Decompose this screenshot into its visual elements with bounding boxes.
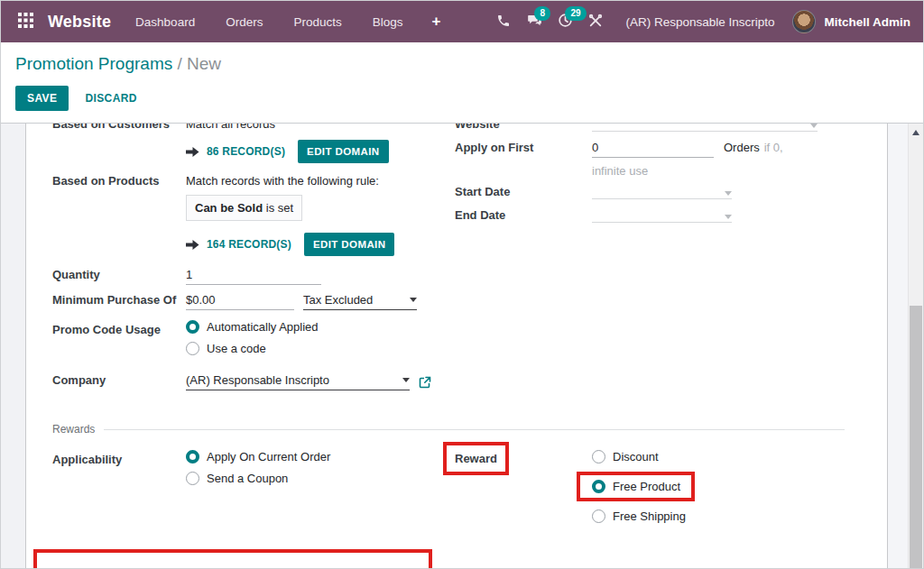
messages-count-badge: 8: [534, 6, 550, 21]
radio-on-icon: [186, 320, 199, 334]
radio-off-icon: [592, 509, 605, 523]
quantity-row: Quantity 1: [52, 268, 431, 285]
right-arrow-icon: [186, 239, 199, 251]
nav-item-products[interactable]: Products: [278, 4, 356, 41]
company-select[interactable]: (AR) Responsable Inscripto: [186, 373, 410, 390]
minimum-purchase-input[interactable]: $0.00: [186, 293, 294, 310]
discard-button[interactable]: DISCARD: [85, 92, 136, 105]
start-date-row: Start Date: [455, 185, 845, 199]
rule-operator: is set: [266, 201, 293, 215]
messages-button[interactable]: 8: [519, 6, 550, 37]
apply-on-first-hint-row: infinite use: [455, 164, 845, 178]
vertical-scrollbar[interactable]: [908, 124, 923, 569]
applicability-cell: Applicability Apply On Current Order Sen…: [52, 450, 431, 531]
rule-field-name: Can be Sold: [195, 201, 263, 215]
form-bottom-group: Applicability Apply On Current Order Sen…: [52, 450, 845, 531]
right-gutter: [888, 124, 908, 569]
breadcrumb-parent-link[interactable]: Promotion Programs: [15, 54, 172, 73]
end-date-input[interactable]: [592, 215, 732, 223]
user-avatar[interactable]: [792, 10, 816, 33]
radio-label: Discount: [613, 450, 659, 463]
free-product-annotated-row: Free Product Select reward product: [33, 549, 432, 569]
form-top-group: Based on Customers Match all records 86 …: [52, 124, 845, 390]
scrollbar-thumb[interactable]: [910, 306, 922, 569]
based-on-customers-label: Based on Customers: [52, 124, 186, 131]
company-row: Company (AR) Responsable Inscripto: [52, 373, 431, 390]
breadcrumb-current: New: [187, 54, 221, 73]
form-action-buttons: SAVE DISCARD: [15, 86, 909, 111]
promo-code-usage-label: Promo Code Usage: [52, 323, 186, 336]
radio-discount[interactable]: Discount: [592, 450, 695, 463]
form-left-column: Based on Customers Match all records 86 …: [52, 124, 431, 390]
nav-item-blogs[interactable]: Blogs: [357, 4, 419, 41]
apply-on-first-unit: Orders: [724, 141, 760, 154]
apply-on-first-hint: if 0,: [764, 141, 783, 154]
radio-free-shipping[interactable]: Free Shipping: [592, 509, 695, 523]
customers-match-text: Match all records: [186, 124, 275, 131]
quantity-input[interactable]: 1: [186, 268, 321, 285]
applicability-label: Applicability: [52, 453, 186, 466]
left-gutter: [1, 124, 25, 569]
products-records-row: 164 RECORD(S) EDIT DOMAIN: [186, 233, 431, 256]
products-edit-domain-button[interactable]: EDIT DOMAIN: [304, 233, 394, 256]
tax-mode-select[interactable]: Tax Excluded: [303, 293, 417, 310]
breadcrumb-separator: /: [178, 54, 182, 73]
active-company-selector[interactable]: (AR) Responsable Inscripto: [625, 15, 774, 29]
based-on-products-row: Based on Products Match records with the…: [52, 174, 431, 188]
apply-on-first-label: Apply on First: [455, 141, 592, 154]
promo-code-usage-row: Promo Code Usage Automatically Applied U…: [52, 320, 431, 363]
products-records-link[interactable]: 164 RECORD(S): [207, 238, 291, 251]
customers-records-link[interactable]: 86 RECORD(S): [207, 145, 285, 158]
tools-button[interactable]: [580, 6, 611, 37]
customers-edit-domain-button[interactable]: EDIT DOMAIN: [298, 140, 388, 163]
nav-new-content-button[interactable]: +: [418, 4, 454, 40]
customers-records-row: 86 RECORD(S) EDIT DOMAIN: [186, 140, 431, 163]
scrollbar-up-arrow-icon[interactable]: [912, 130, 919, 135]
website-select[interactable]: [592, 124, 818, 132]
promo-usage-options: Automatically Applied Use a code: [186, 320, 319, 363]
radio-apply-on-current-order[interactable]: Apply On Current Order: [186, 450, 330, 463]
form-view-area: Based on Customers Match all records 86 …: [1, 124, 923, 569]
radio-use-a-code[interactable]: Use a code: [186, 342, 319, 355]
rewards-section-title: Rewards: [52, 423, 95, 436]
apps-grid-icon: [18, 13, 33, 31]
apply-on-first-row: Apply on First 0 Orders if 0,: [455, 141, 845, 158]
phone-button[interactable]: [488, 6, 519, 37]
radio-off-icon: [186, 342, 199, 355]
radio-send-a-coupon[interactable]: Send a Coupon: [186, 472, 330, 485]
minimum-purchase-row: Minimum Purchase Of $0.00 Tax Excluded: [52, 293, 431, 310]
navbar-right: 8 29 (AR) Responsable Inscripto Mitchell…: [488, 6, 910, 37]
chevron-down-icon: [402, 378, 410, 382]
radio-on-icon: [592, 480, 605, 493]
breadcrumb: Promotion Programs / New: [15, 54, 909, 74]
tax-mode-value: Tax Excluded: [303, 293, 373, 307]
user-menu[interactable]: Mitchell Admin: [824, 15, 910, 29]
radio-off-icon: [186, 472, 199, 485]
chevron-down-icon: [725, 191, 732, 196]
external-link-icon[interactable]: [419, 376, 431, 389]
nav-item-orders[interactable]: Orders: [210, 4, 278, 41]
apps-menu-button[interactable]: [12, 8, 39, 35]
start-date-input[interactable]: [592, 191, 732, 199]
rewards-section-separator: Rewards: [52, 423, 845, 436]
products-match-text: Match records with the following rule:: [186, 174, 379, 188]
radio-free-product-annotated[interactable]: Free Product: [577, 472, 695, 501]
apply-on-first-input[interactable]: 0: [592, 141, 714, 158]
chevron-down-icon: [810, 124, 818, 128]
reward-label-annotation: Reward: [443, 442, 509, 475]
domain-rule-tag[interactable]: Can be Sold is set: [186, 195, 302, 221]
reward-label-wrap: Reward: [455, 450, 592, 483]
activities-button[interactable]: 29: [550, 6, 580, 37]
based-on-customers-row: Based on Customers Match all records: [52, 124, 431, 131]
minimum-purchase-label: Minimum Purchase Of: [52, 293, 186, 307]
radio-off-icon: [592, 450, 605, 463]
website-label: Website: [455, 124, 592, 131]
end-date-label: End Date: [455, 208, 592, 222]
radio-automatically-applied[interactable]: Automatically Applied: [186, 320, 319, 334]
save-button[interactable]: SAVE: [15, 86, 69, 111]
separator-line: [104, 429, 845, 430]
radio-label: Automatically Applied: [207, 320, 319, 334]
top-navbar: Website Dashboard Orders Products Blogs …: [1, 1, 923, 42]
app-brand[interactable]: Website: [48, 13, 111, 32]
nav-item-dashboard[interactable]: Dashboard: [120, 4, 210, 41]
